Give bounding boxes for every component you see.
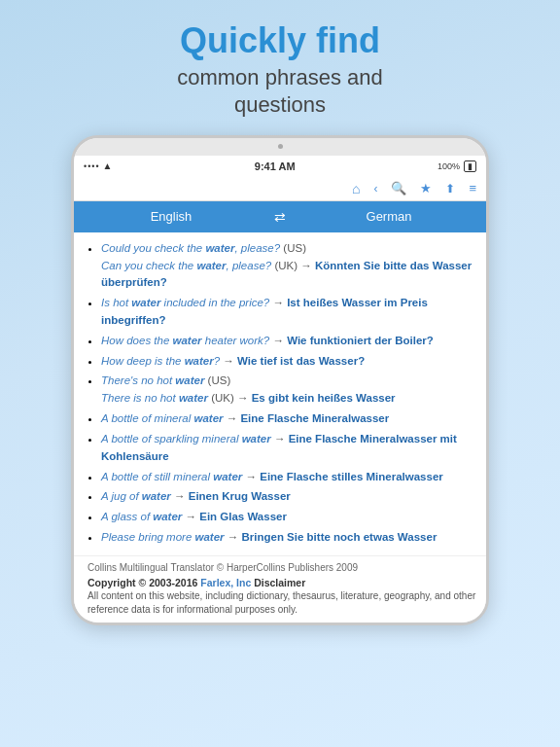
de-phrase: Bringen Sie bitte noch etwas Wasser bbox=[241, 531, 437, 543]
list-item: There's no hot water (US) There is no ho… bbox=[101, 373, 476, 408]
copyright-text: Copyright © 2003-2016 Farlex, Inc Discla… bbox=[88, 577, 305, 588]
en-phrase: How does the water heater work? bbox=[101, 335, 269, 346]
content-area: Could you check the water, please? (US) … bbox=[74, 232, 486, 555]
list-item: A jug of water → Einen Krug Wasser bbox=[101, 488, 476, 506]
phrase-list: Could you check the water, please? (US) … bbox=[88, 240, 476, 547]
lang-tab-english[interactable]: English bbox=[74, 203, 268, 230]
de-phrase: Einen Krug Wasser bbox=[189, 490, 291, 502]
en-phrase: A bottle of still mineral water bbox=[101, 471, 242, 482]
ipad-top-bar bbox=[74, 138, 486, 156]
list-item: A bottle of mineral water → Eine Flasche… bbox=[101, 410, 476, 428]
en-phrase: How deep is the water? bbox=[101, 355, 220, 367]
de-phrase: Ein Glas Wasser bbox=[199, 511, 287, 522]
header-title: Quickly find bbox=[177, 21, 383, 60]
toolbar-row: ⌂ ‹ 🔍 ★ ⬆ ≡ bbox=[74, 177, 486, 201]
list-item: A glass of water → Ein Glas Wasser bbox=[101, 509, 476, 526]
header-subtitle: common phrases andquestions bbox=[177, 64, 383, 120]
signal-strength: •••• bbox=[84, 161, 100, 171]
disclaimer-label: Disclaimer bbox=[254, 577, 305, 588]
lang-bar: English ⇄ German bbox=[74, 201, 486, 232]
home-icon[interactable]: ⌂ bbox=[352, 181, 360, 196]
de-phrase: Es gibt kein heißes Wasser bbox=[252, 392, 396, 404]
en-phrase: Is hot water included in the price? bbox=[101, 297, 269, 308]
ipad-frame: •••• ▲ 9:41 AM 100% ▮ ⌂ ‹ 🔍 ★ ⬆ ≡ Englis… bbox=[71, 135, 489, 625]
list-item: Could you check the water, please? (US) … bbox=[101, 240, 476, 292]
battery-percent: 100% bbox=[438, 161, 460, 171]
collins-credit: Collins Multilingual Translator © Harper… bbox=[88, 562, 476, 573]
status-right: 100% ▮ bbox=[438, 160, 476, 172]
back-icon[interactable]: ‹ bbox=[373, 182, 377, 196]
en-phrase: A glass of water bbox=[101, 511, 182, 522]
en-phrase: Could you check the water, please? bbox=[101, 242, 280, 254]
menu-icon[interactable]: ≡ bbox=[469, 181, 476, 196]
wifi-icon: ▲ bbox=[103, 160, 113, 171]
status-left: •••• ▲ bbox=[84, 160, 113, 171]
status-time: 9:41 AM bbox=[255, 160, 296, 172]
share-icon[interactable]: ⬆ bbox=[445, 182, 455, 196]
label-uk: (UK) bbox=[274, 260, 298, 271]
label-us: (US) bbox=[283, 242, 306, 254]
list-item: A bottle of sparkling mineral water → Ei… bbox=[101, 431, 476, 466]
de-phrase: Wie funktioniert der Boiler? bbox=[287, 335, 434, 346]
de-phrase: Eine Flasche Mineralwasser bbox=[240, 412, 389, 424]
company-link[interactable]: Farlex, Inc bbox=[200, 577, 251, 588]
list-item: Is hot water included in the price? → Is… bbox=[101, 295, 476, 330]
search-icon[interactable]: 🔍 bbox=[391, 181, 406, 196]
label-us: (US) bbox=[208, 374, 231, 386]
en-phrase: There's no hot water bbox=[101, 374, 204, 386]
en-phrase-uk: Can you check the water, please? bbox=[101, 260, 271, 271]
list-item: A bottle of still mineral water → Eine F… bbox=[101, 469, 476, 486]
en-phrase: Please bring more water bbox=[101, 531, 225, 543]
lang-arrow-icon: ⇄ bbox=[268, 209, 292, 225]
list-item: How does the water heater work? → Wie fu… bbox=[101, 333, 476, 350]
header-section: Quickly find common phrases andquestions bbox=[148, 0, 412, 135]
de-phrase: Eine Flasche stilles Mineralwasser bbox=[260, 471, 443, 482]
list-item: How deep is the water? → Wie tief ist da… bbox=[101, 353, 476, 371]
en-phrase-uk: There is no hot water bbox=[101, 392, 208, 404]
camera-dot bbox=[278, 144, 283, 149]
list-item: Please bring more water → Bringen Sie bi… bbox=[101, 529, 476, 547]
lang-tab-german[interactable]: German bbox=[292, 203, 486, 230]
battery-icon: ▮ bbox=[464, 160, 476, 172]
copyright-block: Copyright © 2003-2016 Farlex, Inc Discla… bbox=[88, 577, 476, 588]
label-uk: (UK) bbox=[211, 392, 234, 404]
status-bar: •••• ▲ 9:41 AM 100% ▮ bbox=[74, 156, 486, 177]
disclaimer-text: All content on this website, including d… bbox=[88, 589, 476, 617]
footer-area: Collins Multilingual Translator © Harper… bbox=[74, 555, 486, 622]
en-phrase: A bottle of mineral water bbox=[101, 412, 224, 424]
de-phrase: Wie tief ist das Wasser? bbox=[237, 355, 365, 367]
star-icon[interactable]: ★ bbox=[420, 181, 432, 196]
en-phrase: A bottle of sparkling mineral water bbox=[101, 433, 271, 445]
en-phrase: A jug of water bbox=[101, 490, 171, 502]
